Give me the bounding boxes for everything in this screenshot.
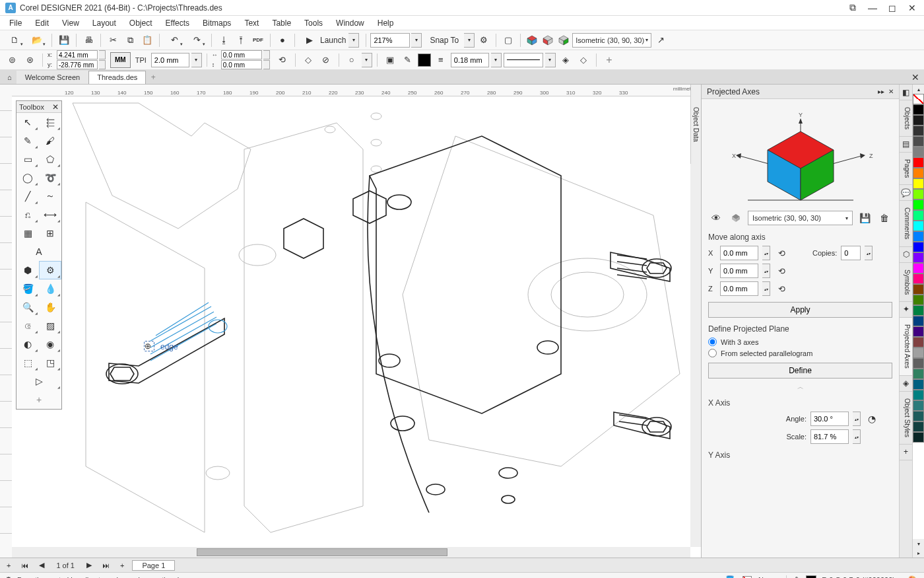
status-palette-icon[interactable]: 🎨 bbox=[907, 575, 919, 579]
save-button[interactable]: 💾 bbox=[56, 32, 72, 48]
color-swatch-10[interactable] bbox=[913, 210, 924, 221]
menu-view[interactable]: View bbox=[55, 17, 86, 29]
y-axis-input[interactable] bbox=[720, 264, 758, 278]
curve-tool[interactable]: ～ bbox=[39, 187, 61, 205]
paste-button[interactable]: 📋 bbox=[139, 32, 155, 48]
menu-object[interactable]: Object bbox=[123, 17, 159, 29]
color-swatch-25[interactable] bbox=[913, 369, 924, 379]
line-style-dropdown[interactable]: ▾ bbox=[545, 53, 556, 67]
cut-button[interactable]: ✂ bbox=[105, 32, 121, 48]
interactive-fill-tool[interactable]: ◐◢ bbox=[16, 335, 39, 353]
vtab-object-styles[interactable]: Object Styles bbox=[900, 392, 912, 445]
color-swatch-17[interactable] bbox=[913, 284, 924, 295]
color-swatch-12[interactable] bbox=[913, 231, 924, 242]
color-swatch-14[interactable] bbox=[913, 252, 924, 263]
line-tool[interactable]: ╱◢ bbox=[16, 187, 39, 205]
menu-help[interactable]: Help bbox=[371, 17, 401, 29]
z-axis-lock-icon[interactable]: ⟲ bbox=[774, 281, 789, 296]
thread-style-b-icon[interactable]: ⊛ bbox=[22, 52, 38, 68]
menu-file[interactable]: File bbox=[3, 17, 28, 29]
drawing-plane-right-icon[interactable] bbox=[556, 33, 571, 48]
drawing-plane-icon[interactable] bbox=[728, 210, 744, 226]
vtab-symbols[interactable]: Symbols bbox=[900, 263, 912, 302]
menu-edit[interactable]: Edit bbox=[28, 17, 55, 29]
height-spinner[interactable] bbox=[263, 60, 270, 69]
first-page-button[interactable]: ⏮ bbox=[18, 561, 31, 569]
width-input[interactable] bbox=[221, 50, 262, 59]
color-swatch-9[interactable] bbox=[913, 199, 924, 210]
color-swatch-22[interactable] bbox=[913, 337, 924, 347]
menu-effects[interactable]: Effects bbox=[159, 17, 196, 29]
outline-width-input[interactable] bbox=[451, 53, 489, 67]
drawing-canvas[interactable]: ⊕ edge bbox=[12, 96, 701, 546]
vtab-object-styles-icon[interactable]: ◈ bbox=[900, 376, 912, 392]
height-input[interactable] bbox=[221, 60, 262, 69]
3d-import-icon[interactable]: ● bbox=[275, 32, 290, 48]
wrap-text-icon[interactable]: ▣ bbox=[382, 52, 398, 68]
object-data-tab[interactable]: Object Data bbox=[690, 85, 701, 164]
snap-to-dropdown[interactable]: ▾ bbox=[464, 33, 475, 48]
units-toggle-button[interactable]: MM bbox=[110, 52, 131, 68]
width-spinner[interactable] bbox=[263, 50, 270, 59]
y-axis-lock-icon[interactable]: ⟲ bbox=[774, 264, 789, 278]
fill-indicator-icon[interactable]: 🪣 bbox=[724, 575, 736, 579]
vtab-pages-icon[interactable]: ▤ bbox=[900, 137, 912, 153]
publish-pdf-button[interactable]: PDF bbox=[250, 32, 266, 48]
color-swatch-24[interactable] bbox=[913, 358, 924, 369]
color-swatch-16[interactable] bbox=[913, 273, 924, 284]
add-page-button[interactable]: + bbox=[4, 561, 13, 569]
vtab-comments-icon[interactable]: 💬 bbox=[900, 185, 912, 201]
new-button[interactable]: 🗋 bbox=[4, 32, 25, 48]
graph-paper-tool[interactable]: ⊞ bbox=[39, 224, 61, 242]
y-coord-input[interactable] bbox=[57, 60, 98, 69]
vtab-objects-icon[interactable]: ◧ bbox=[900, 85, 912, 100]
home-tab[interactable]: ⌂ bbox=[3, 71, 16, 84]
no-fill-icon[interactable]: ⊘ bbox=[318, 52, 334, 68]
close-tab-button[interactable]: ✕ bbox=[909, 71, 921, 83]
orthographic-toggle[interactable]: ▢ bbox=[500, 32, 516, 48]
launch-dropdown[interactable]: ▾ bbox=[348, 33, 359, 48]
angle-picker-icon[interactable]: ◔ bbox=[865, 412, 879, 426]
radio-from-parallelogram[interactable]: From selected parallelogram bbox=[708, 349, 892, 357]
radio-with-3-axes[interactable]: With 3 axes bbox=[708, 338, 892, 346]
x-coord-input[interactable] bbox=[57, 50, 98, 59]
last-page-button[interactable]: ⏭ bbox=[100, 561, 112, 569]
color-swatch-20[interactable] bbox=[913, 316, 924, 326]
outline-color-swatch[interactable] bbox=[418, 54, 431, 67]
vertical-ruler[interactable] bbox=[0, 85, 12, 558]
transparency-tool[interactable]: ▨◢ bbox=[39, 316, 61, 335]
text-tool[interactable]: A bbox=[16, 242, 61, 261]
document-tab-threads[interactable]: Threads.des bbox=[88, 71, 146, 84]
open-button[interactable]: 📂 bbox=[26, 32, 48, 48]
z-axis-spinner[interactable]: ▴▾ bbox=[762, 281, 770, 296]
crop-tool[interactable]: ⟃◢ bbox=[16, 316, 39, 335]
add-tool-button[interactable]: + bbox=[601, 52, 617, 68]
vertical-scrollbar[interactable]: ▲ + ▼ bbox=[690, 96, 701, 547]
color-swatch-7[interactable] bbox=[913, 178, 924, 189]
pick-tool[interactable]: ↖◢ bbox=[16, 113, 39, 131]
close-button[interactable]: ✕ bbox=[906, 1, 919, 15]
page-tab-1[interactable]: Page 1 bbox=[132, 560, 175, 571]
color-swatch-26[interactable] bbox=[913, 379, 924, 390]
undo-button[interactable]: ↶ bbox=[164, 32, 185, 48]
color-swatch-29[interactable] bbox=[913, 411, 924, 421]
x-coord-spinner[interactable] bbox=[99, 50, 106, 59]
tpi-spinner[interactable]: ▾ bbox=[191, 53, 202, 67]
vtab-objects[interactable]: Objects bbox=[900, 100, 912, 137]
projection-preset-docker-dropdown[interactable]: Isometric (30, 90, 30)▾ bbox=[748, 211, 853, 225]
edit-projection-icon[interactable]: ↗ bbox=[653, 32, 669, 48]
color-swatch-0[interactable] bbox=[913, 104, 924, 115]
color-swatch-11[interactable] bbox=[913, 221, 924, 231]
color-swatch-13[interactable] bbox=[913, 242, 924, 252]
add-tool[interactable]: + bbox=[16, 390, 61, 409]
envelope-tool[interactable]: ⬚◢ bbox=[16, 353, 39, 372]
prev-page-button[interactable]: ◀ bbox=[36, 561, 47, 569]
x-axis-spinner[interactable]: ▴▾ bbox=[762, 246, 770, 260]
menu-table[interactable]: Table bbox=[265, 17, 298, 29]
outline-dropdown[interactable]: ▾ bbox=[362, 53, 372, 67]
outline-pen-icon[interactable]: ✎ bbox=[400, 52, 416, 68]
horizontal-scrollbar[interactable] bbox=[12, 547, 690, 558]
no-fill-swatch-icon[interactable] bbox=[741, 575, 753, 579]
reset-rotation-icon[interactable]: ⟲ bbox=[275, 52, 290, 68]
shape-tool[interactable]: ⬱◢ bbox=[39, 113, 61, 131]
